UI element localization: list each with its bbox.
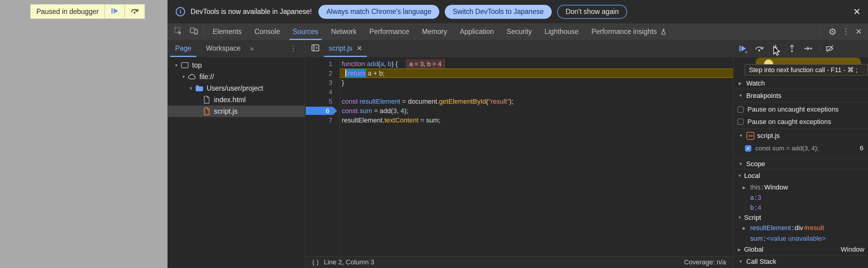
tab-elements[interactable]: Elements [206, 23, 248, 40]
breakpoint-code: const sum = add(3, 4); [755, 145, 819, 152]
step-over-button[interactable] [753, 42, 765, 55]
tab-performance[interactable]: Performance [363, 23, 416, 40]
scope-var-value: <value unavailable> [767, 235, 826, 242]
token-vr: a [380, 60, 384, 68]
breakpoints-section-header[interactable]: ▼ Breakpoints [734, 89, 868, 102]
devtools-tabbar: ElementsConsoleSourcesNetworkPerformance… [168, 23, 868, 40]
code-line-1[interactable]: 1function add(a, b) {a = 3, b = 4 [305, 59, 733, 68]
hide-navigator-button[interactable] [310, 43, 321, 54]
line-number[interactable]: 1 [305, 59, 340, 68]
tree-item-index-html[interactable]: index.html [168, 94, 305, 106]
resume-button[interactable] [737, 42, 749, 55]
line-number[interactable]: 4 [305, 87, 340, 97]
tab-security[interactable]: Security [500, 23, 538, 40]
step-over-page-button[interactable] [124, 5, 144, 18]
call-stack-section-header[interactable]: ▼ Call Stack [734, 256, 868, 267]
chevron-right-icon[interactable]: ▶ [743, 185, 749, 190]
tree-item-users-user-project[interactable]: ▼Users/user/project [168, 83, 305, 94]
breakpoint-checkbox[interactable]: ✓ [745, 145, 751, 152]
checkbox[interactable] [737, 107, 744, 113]
code-line-5[interactable]: 5const resultElement = document.getEleme… [305, 97, 733, 106]
tab-memory[interactable]: Memory [416, 23, 454, 40]
scope-var-this[interactable]: ▶this: Window [734, 182, 868, 192]
always-match-language-button[interactable]: Always match Chrome's language [318, 5, 439, 19]
scope-colon: : [762, 183, 763, 191]
line-number[interactable]: 5 [305, 97, 340, 106]
code-line-4[interactable]: 4 [305, 87, 733, 97]
token-pl: a + b; [366, 69, 385, 77]
tab-workspace[interactable]: Workspace [199, 40, 248, 57]
tab-network[interactable]: Network [325, 23, 363, 40]
chevron-down-icon[interactable]: ▼ [173, 63, 180, 68]
breakpoint-file-group[interactable]: ▼<>script.js [734, 129, 868, 143]
editor-tab-close-icon[interactable]: ✕ [356, 44, 362, 53]
editor-tab-scriptjs[interactable]: script.js ✕ [323, 40, 368, 57]
scope-colon: : [764, 235, 766, 242]
code-line-3[interactable]: 3} [305, 78, 733, 87]
more-tabs-icon[interactable]: » [248, 44, 255, 53]
close-devtools-icon[interactable]: ✕ [855, 27, 862, 36]
dont-show-again-button[interactable]: Don't show again [557, 5, 627, 19]
inspect-element-button[interactable] [172, 26, 184, 38]
tree-item-script-js[interactable]: script.js [168, 106, 305, 117]
chevron-right-icon[interactable]: ▶ [738, 247, 743, 252]
tab-console[interactable]: Console [248, 23, 286, 40]
inspect-icon [174, 26, 183, 37]
chevron-down-icon: ▼ [739, 93, 743, 98]
customize-devtools-kebab-icon[interactable]: ⋮ [842, 27, 850, 36]
scope-var-resultelement[interactable]: ▶resultElement: div#result [734, 222, 868, 233]
scope-var-sum[interactable]: sum: <value unavailable> [734, 233, 868, 244]
tabbar-divider [203, 27, 203, 36]
code-line-7[interactable]: 7resultElement.textContent = sum; [305, 116, 733, 125]
language-infobar: i DevTools is now available in Japanese!… [168, 0, 868, 23]
tree-item-file-[interactable]: ▼file:// [168, 71, 305, 83]
line-number[interactable]: 2 [305, 68, 340, 78]
scope-group-global[interactable]: ▶GlobalWindow [734, 244, 868, 255]
tab-performance-insights[interactable]: Performance insights [585, 23, 674, 40]
line-number[interactable]: 6 [305, 106, 340, 116]
switch-to-japanese-button[interactable]: Switch DevTools to Japanese [445, 5, 551, 19]
scope-section-header[interactable]: ▼ Scope [734, 159, 868, 169]
tree-item-top[interactable]: ▼top [168, 59, 305, 71]
deactivate-breakpoints-button[interactable] [824, 42, 836, 55]
tab-sources[interactable]: Sources [286, 23, 324, 40]
scope-group-script[interactable]: ▼Script [734, 212, 868, 222]
tab-lighthouse[interactable]: Lighthouse [538, 23, 585, 40]
chevron-down-icon: ▼ [739, 161, 743, 166]
scope-var-b[interactable]: b: 4 [734, 203, 868, 212]
resume-script-button[interactable] [104, 5, 124, 18]
line-number[interactable]: 7 [305, 116, 340, 125]
chevron-down-icon[interactable]: ▼ [738, 173, 743, 178]
navigator-kebab-icon[interactable]: ⋮ [290, 44, 305, 53]
scope-var-a[interactable]: a: 3 [734, 192, 868, 203]
code-line-6[interactable]: 66const sum = add(3, 4); [305, 106, 733, 116]
chevron-right-icon[interactable]: ▶ [743, 226, 749, 230]
code-line-2[interactable]: 2 return a + b; [305, 68, 733, 78]
settings-gear-icon[interactable]: ⚙ [828, 26, 836, 37]
breakpoints-label: Breakpoints [746, 92, 781, 100]
token-fn: add [367, 60, 378, 68]
checkbox-label: Pause on uncaught exceptions [747, 106, 839, 113]
chevron-down-icon[interactable]: ▼ [739, 133, 744, 138]
infobar-message: DevTools is now available in Japanese! [191, 7, 312, 16]
scope-group-local[interactable]: ▼Local [734, 169, 868, 182]
toggle-device-toolbar-button[interactable] [188, 26, 200, 38]
step-out-button[interactable] [786, 42, 798, 55]
step-over-icon [130, 6, 139, 17]
line-number[interactable]: 3 [305, 78, 340, 87]
breakpoint-entry[interactable]: ✓const sum = add(3, 4);6 [734, 143, 868, 154]
chevron-down-icon[interactable]: ▼ [738, 215, 743, 220]
step-button[interactable] [803, 42, 814, 55]
tab-page[interactable]: Page [168, 40, 199, 57]
chevron-down-icon[interactable]: ▼ [180, 75, 187, 79]
infobar-close-icon[interactable]: ✕ [853, 7, 861, 17]
checkbox[interactable] [737, 119, 744, 125]
device-toolbar-icon [189, 26, 198, 37]
watch-section-header[interactable]: ▶ Watch [734, 78, 868, 89]
hide-navigator-icon [311, 43, 320, 54]
chevron-down-icon[interactable]: ▼ [187, 86, 194, 91]
pretty-print-icon[interactable]: { } [312, 259, 319, 266]
tab-application[interactable]: Application [454, 23, 500, 40]
code-area[interactable]: 1function add(a, b) {a = 3, b = 42 retur… [305, 57, 733, 256]
paused-banner-label: Paused in debugger [31, 5, 104, 18]
